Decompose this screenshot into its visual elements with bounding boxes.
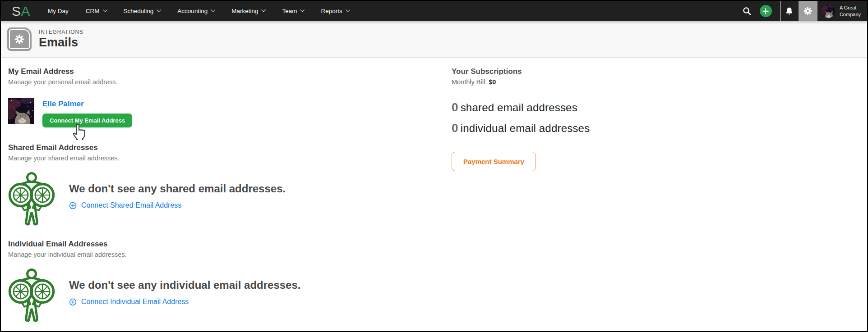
monthly-bill-label: Monthly Bill: bbox=[452, 78, 487, 86]
individual-email-subheading: Manage your individual email addresses. bbox=[8, 251, 452, 258]
individual-count-row: 0individual email addresses bbox=[452, 121, 867, 135]
breadcrumb-integrations: INTEGRATIONS bbox=[39, 29, 83, 35]
shared-empty-message: We don't see any shared email addresses. bbox=[69, 182, 286, 195]
plus-circle-icon bbox=[69, 202, 77, 209]
binoculars-mascot-icon bbox=[8, 171, 55, 228]
subscriptions-panel: Your Subscriptions Monthly Bill: $0 0sha… bbox=[452, 58, 867, 324]
chevron-down-icon bbox=[300, 8, 305, 12]
my-email-heading: My Email Address bbox=[8, 67, 452, 76]
plus-circle-icon bbox=[69, 298, 77, 306]
shared-email-heading: Shared Email Addresses bbox=[8, 143, 452, 152]
individual-empty-state: We don't see any individual email addres… bbox=[8, 268, 452, 324]
nav-item-my-day[interactable]: My Day bbox=[39, 1, 77, 21]
user-avatar bbox=[8, 98, 34, 124]
payment-summary-button[interactable]: Payment Summary bbox=[452, 152, 536, 171]
nav-item-label: My Day bbox=[48, 8, 69, 14]
account-avatar[interactable] bbox=[822, 5, 835, 18]
plus-icon bbox=[762, 8, 769, 14]
shared-email-subheading: Manage your shared email addresses. bbox=[8, 155, 452, 162]
nav-item-label: Reports bbox=[321, 8, 342, 14]
individual-count-label: individual email addresses bbox=[461, 122, 590, 134]
search-icon[interactable] bbox=[738, 1, 756, 21]
shared-count-label: shared email addresses bbox=[461, 101, 577, 114]
notifications-bell-icon[interactable] bbox=[780, 1, 799, 21]
page-header: INTEGRATIONS Emails bbox=[1, 21, 867, 58]
user-name-link[interactable]: Elle Palmer bbox=[42, 100, 84, 109]
email-sections: My Email Address Manage your personal em… bbox=[1, 58, 452, 324]
individual-count-value: 0 bbox=[452, 121, 458, 135]
connect-my-email-button[interactable]: Connect My Email Address bbox=[42, 114, 132, 127]
binoculars-mascot-icon bbox=[8, 268, 55, 324]
page-title: Emails bbox=[39, 36, 83, 50]
shared-empty-state: We don't see any shared email addresses.… bbox=[8, 171, 452, 228]
subscriptions-heading: Your Subscriptions bbox=[452, 67, 867, 76]
connect-shared-email-label: Connect Shared Email Address bbox=[81, 201, 181, 209]
company-name-line2: Company bbox=[840, 11, 861, 18]
nav-item-label: Marketing bbox=[231, 8, 258, 14]
my-email-subheading: Manage your personal email address. bbox=[8, 78, 452, 86]
logo-letter-a: A bbox=[21, 4, 31, 18]
chevron-down-icon bbox=[103, 8, 107, 12]
connect-shared-email-link[interactable]: Connect Shared Email Address bbox=[69, 201, 286, 209]
shared-count-value: 0 bbox=[452, 100, 458, 114]
connect-individual-email-link[interactable]: Connect Individual Email Address bbox=[69, 298, 300, 306]
chevron-down-icon bbox=[262, 8, 266, 12]
individual-empty-message: We don't see any individual email addres… bbox=[69, 279, 300, 291]
nav-item-scheduling[interactable]: Scheduling bbox=[115, 1, 169, 21]
main-content: My Email Address Manage your personal em… bbox=[1, 58, 867, 324]
integrations-gear-icon bbox=[7, 27, 32, 51]
chevron-down-icon bbox=[346, 8, 350, 12]
personal-email-row: Elle Palmer Connect My Email Address bbox=[8, 98, 452, 127]
connect-individual-email-label: Connect Individual Email Address bbox=[81, 298, 189, 306]
nav-item-crm[interactable]: CRM bbox=[77, 1, 115, 21]
individual-email-heading: Individual Email Addresses bbox=[8, 240, 452, 249]
company-name-line1: A Great bbox=[840, 5, 861, 11]
nav-right-controls: A Great Company bbox=[738, 1, 867, 21]
settings-gear-icon[interactable] bbox=[799, 1, 817, 21]
chevron-down-icon bbox=[157, 8, 162, 12]
quick-add-button[interactable] bbox=[760, 5, 772, 17]
chevron-down-icon bbox=[211, 8, 215, 12]
nav-item-reports[interactable]: Reports bbox=[312, 1, 357, 21]
nav-item-team[interactable]: Team bbox=[273, 1, 312, 21]
monthly-bill: Monthly Bill: $0 bbox=[452, 78, 867, 86]
app-logo[interactable]: SA bbox=[1, 1, 39, 21]
shared-count-row: 0shared email addresses bbox=[452, 100, 867, 114]
nav-item-label: Scheduling bbox=[124, 8, 154, 14]
nav-item-label: CRM bbox=[86, 8, 100, 14]
monthly-bill-value: $0 bbox=[489, 78, 496, 86]
logo-letter-s: S bbox=[12, 4, 21, 18]
nav-item-accounting[interactable]: Accounting bbox=[169, 1, 223, 21]
nav-item-marketing[interactable]: Marketing bbox=[223, 1, 273, 21]
nav-item-label: Team bbox=[282, 8, 297, 14]
top-nav: SA My Day CRM Scheduling Accounting Mark… bbox=[1, 1, 867, 21]
nav-menu: My Day CRM Scheduling Accounting Marketi… bbox=[39, 1, 358, 21]
company-name[interactable]: A Great Company bbox=[840, 5, 867, 18]
nav-item-label: Accounting bbox=[177, 8, 208, 14]
